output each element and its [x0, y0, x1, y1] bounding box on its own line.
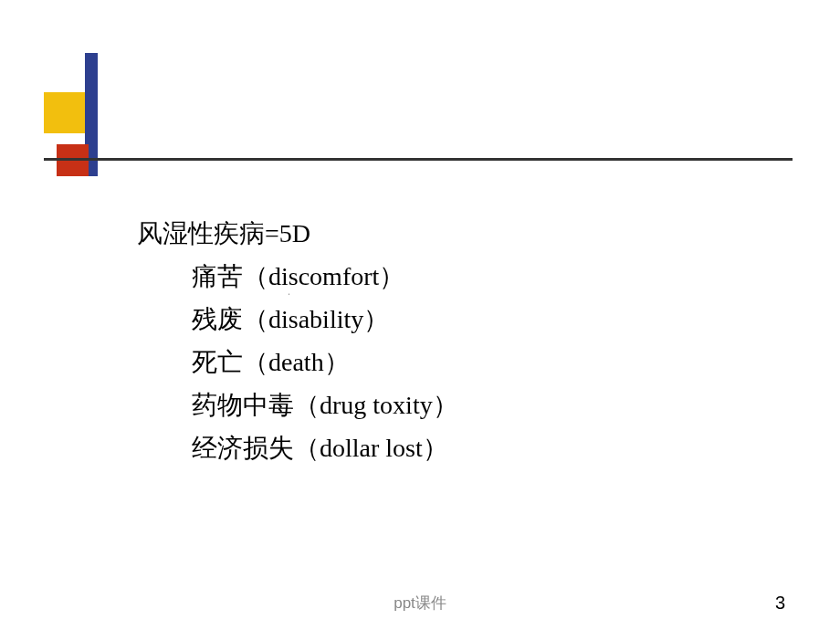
yellow-square-shape	[44, 92, 85, 133]
content-title: 风湿性疾病=5D	[137, 212, 458, 255]
content-item: 残废（disability）	[137, 298, 458, 341]
content-item: 痛苦（discomfort）	[137, 255, 458, 298]
slide-content: 风湿性疾病=5D 痛苦（discomfort） 残废（disability） 死…	[137, 212, 458, 469]
footer-label: ppt课件	[394, 593, 446, 614]
horizontal-divider	[44, 158, 793, 161]
content-item: 经济损失（dollar lost）	[137, 426, 458, 469]
page-number: 3	[775, 593, 785, 614]
content-item: 死亡（death）	[137, 341, 458, 383]
content-item: 药物中毒（drug toxity）	[137, 383, 458, 426]
